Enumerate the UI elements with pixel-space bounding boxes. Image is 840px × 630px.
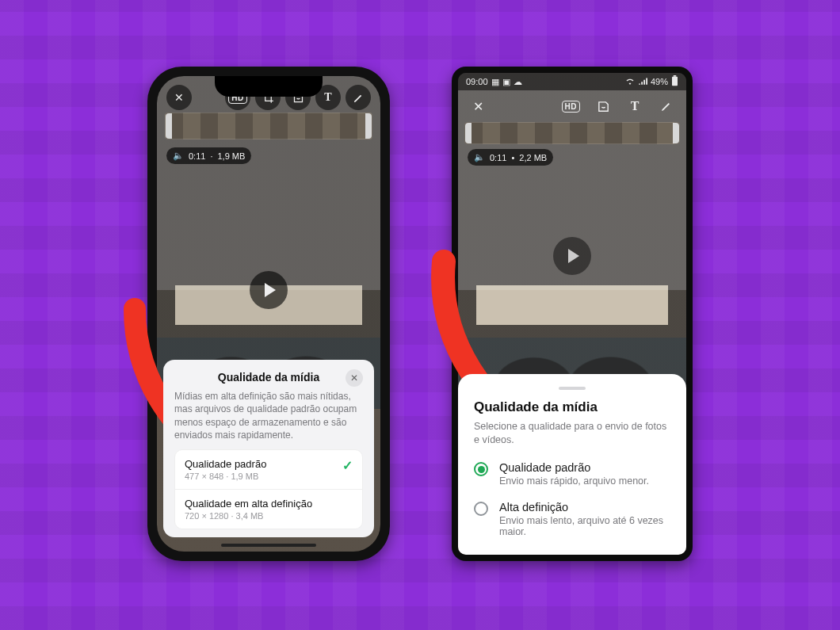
quality-option-standard[interactable]: Qualidade padrão 477 × 848 · 1,9 MB ✓ (175, 450, 362, 489)
sheet-title: Qualidade da mídia (218, 371, 319, 384)
sheet-description: Selecione a qualidade para o envio de fo… (474, 420, 670, 447)
wifi-icon (625, 77, 635, 86)
iphone-notch (215, 76, 323, 97)
signal-icon (638, 77, 647, 86)
radio-selected-icon (474, 462, 488, 476)
quality-sheet: Qualidade da mídia ✕ Mídias em alta defi… (163, 360, 374, 537)
statusbar-icon: ☁ (514, 77, 522, 87)
trim-handle-right[interactable] (673, 123, 679, 143)
sheet-title: Qualidade da mídia (474, 399, 670, 415)
trim-handle-right[interactable] (365, 113, 372, 139)
sticker-icon[interactable] (591, 95, 615, 117)
checkmark-icon: ✓ (342, 458, 353, 473)
draw-icon[interactable] (346, 85, 371, 110)
android-screen: 09:00 ▦ ▣ ☁ 49% ✕ (458, 73, 686, 555)
size-label: 2,2 MB (519, 153, 547, 162)
media-meta-chip: 0:11 · 1,9 MB (166, 147, 251, 164)
statusbar-icon: ▣ (502, 77, 510, 87)
speaker-icon[interactable] (474, 152, 485, 162)
quality-option-standard[interactable]: Qualidade padrão Envio mais rápido, arqu… (474, 461, 670, 487)
trim-handle-left[interactable] (465, 123, 472, 143)
iphone-screen: ✕ HD T (157, 76, 380, 552)
media-meta-chip: 0:11 • 2,2 MB (468, 149, 553, 166)
quality-sheet: Qualidade da mídia Selecione a qualidade… (458, 374, 686, 555)
status-time: 09:00 (466, 77, 488, 86)
svg-rect-1 (674, 75, 677, 77)
iphone-frame: ✕ HD T (147, 67, 390, 561)
size-label: 1,9 MB (217, 151, 245, 161)
battery-pct: 49% (651, 77, 668, 86)
trim-strip[interactable] (464, 122, 680, 144)
status-bar: 09:00 ▦ ▣ ☁ 49% (458, 73, 686, 90)
quality-option-hd[interactable]: Alta definição Envio mais lento, arquivo… (474, 501, 670, 537)
trim-strip[interactable] (165, 113, 372, 139)
home-indicator (221, 544, 316, 547)
play-button[interactable] (553, 237, 591, 275)
close-icon[interactable]: ✕ (166, 85, 192, 110)
trim-handle-left[interactable] (166, 113, 172, 139)
editor-topbar: ✕ HD T (458, 92, 686, 120)
radio-unselected-icon (474, 502, 488, 516)
duration-label: 0:11 (189, 151, 205, 161)
quality-option-hd[interactable]: Qualidade em alta definição 720 × 1280 ·… (175, 489, 362, 529)
speaker-icon[interactable] (173, 151, 184, 161)
hd-button[interactable]: HD (559, 95, 583, 117)
draw-icon[interactable] (655, 95, 678, 117)
statusbar-icon: ▦ (491, 77, 499, 87)
svg-rect-0 (672, 77, 678, 86)
text-icon[interactable]: T (623, 95, 647, 117)
duration-label: 0:11 (490, 153, 506, 162)
play-button[interactable] (250, 271, 288, 309)
sheet-close-button[interactable]: ✕ (346, 369, 363, 387)
sheet-description: Mídias em alta definição são mais nítida… (174, 390, 363, 441)
close-icon[interactable]: ✕ (466, 95, 490, 117)
sheet-grab-handle[interactable] (559, 387, 586, 390)
android-frame: 09:00 ▦ ▣ ☁ 49% ✕ (452, 67, 693, 561)
battery-icon (671, 75, 678, 88)
quality-options: Qualidade padrão 477 × 848 · 1,9 MB ✓ Qu… (174, 449, 363, 529)
